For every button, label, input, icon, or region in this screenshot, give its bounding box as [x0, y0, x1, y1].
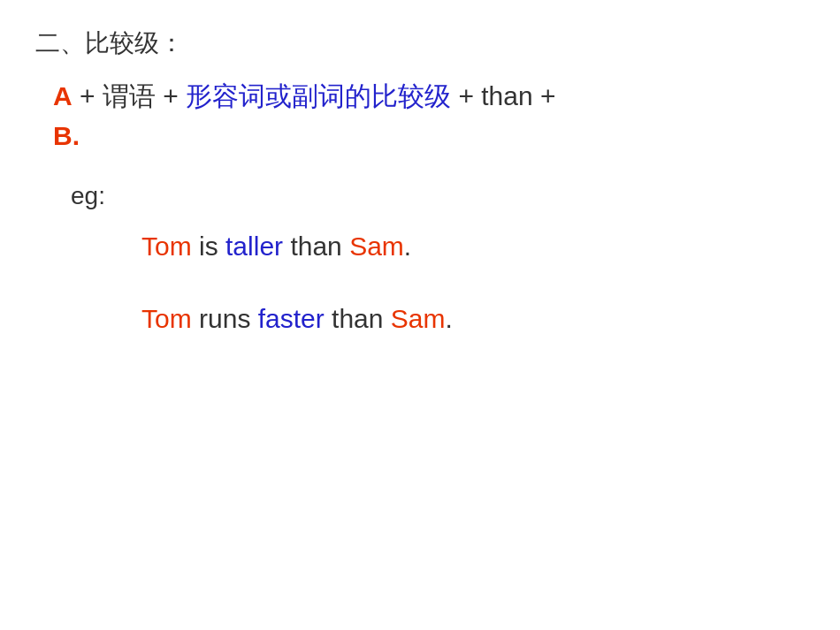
- formula-part-b: B.: [53, 121, 80, 150]
- example-2-object: Sam: [391, 304, 446, 333]
- example-1-verb: is: [192, 232, 225, 261]
- main-page: 二、比较级： A + 谓语 + 形容词或副词的比较级 + than + B. e…: [0, 0, 840, 630]
- example-2-subject: Tom: [141, 304, 192, 333]
- eg-label: eg:: [71, 182, 805, 210]
- example-1-subject: Tom: [141, 232, 192, 261]
- example-1-connector: than: [283, 232, 349, 261]
- formula-plus2: +: [156, 81, 186, 110]
- example-2-connector: than: [325, 304, 391, 333]
- formula-adjadv: 形容词或副词的比较级: [186, 81, 451, 110]
- example-1: Tom is taller than Sam.: [141, 228, 805, 265]
- example-1-period: .: [404, 232, 411, 261]
- example-1-object: Sam: [349, 232, 404, 261]
- example-2: Tom runs faster than Sam.: [141, 300, 805, 338]
- example-2-comparative: faster: [258, 304, 325, 333]
- formula-predicate: 谓语: [103, 81, 156, 110]
- section-title: 二、比较级：: [35, 27, 805, 60]
- example-2-verb: runs: [192, 304, 258, 333]
- formula-plus1: +: [73, 81, 103, 110]
- formula-line: A + 谓语 + 形容词或副词的比较级 + than + B.: [53, 76, 805, 156]
- formula-part-a: A: [53, 81, 73, 110]
- example-1-comparative: taller: [225, 232, 283, 261]
- eg-section: eg: Tom is taller than Sam. Tom runs fas…: [71, 182, 805, 338]
- example-2-period: .: [446, 304, 453, 333]
- formula-plus3: + than +: [451, 81, 555, 110]
